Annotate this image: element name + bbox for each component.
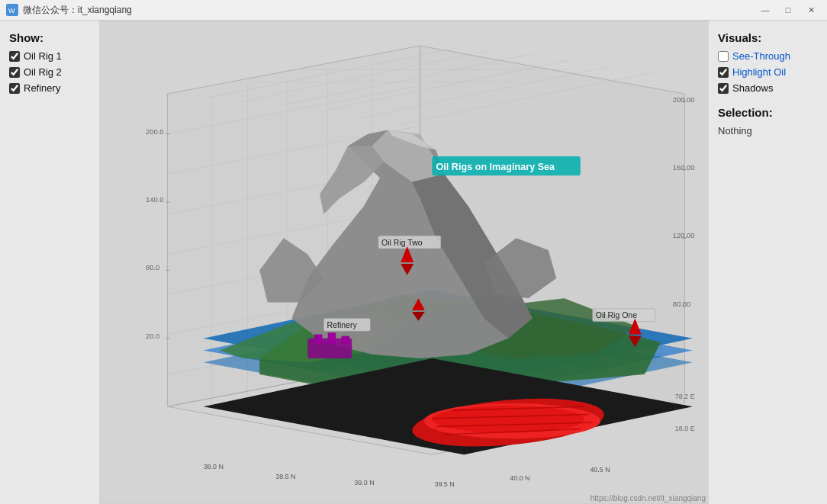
main-content: Show: Oil Rig 1 Oil Rig 2 Refinery bbox=[0, 21, 827, 504]
maximize-button[interactable]: □ bbox=[778, 2, 798, 18]
highlight-oil-checkbox[interactable] bbox=[718, 67, 729, 78]
highlight-oil-label: Highlight Oil bbox=[732, 66, 786, 78]
visuals-label: Visuals: bbox=[718, 31, 818, 44]
svg-text:39.5 N: 39.5 N bbox=[434, 480, 454, 488]
selection-value: Nothing bbox=[718, 125, 818, 136]
svg-text:Refinery: Refinery bbox=[327, 320, 358, 329]
svg-text:200.0: 200.0 bbox=[146, 127, 164, 136]
svg-text:38.0 N: 38.0 N bbox=[204, 463, 224, 470]
refinery-label: Refinery bbox=[24, 82, 60, 94]
svg-rect-79 bbox=[328, 333, 336, 345]
svg-text:80.0: 80.0 bbox=[146, 264, 159, 272]
refinery-item[interactable]: Refinery bbox=[9, 82, 90, 94]
svg-text:140.0: 140.0 bbox=[146, 195, 164, 204]
scene-svg: 200.00 160.00 120.00 80.00 200.0 140.0 8… bbox=[99, 21, 709, 504]
svg-rect-80 bbox=[341, 336, 349, 345]
svg-text:39.0 N: 39.0 N bbox=[354, 479, 374, 486]
close-button[interactable]: ✕ bbox=[801, 2, 821, 18]
svg-text:40.0 N: 40.0 N bbox=[510, 474, 529, 482]
see-through-item[interactable]: See-Through bbox=[718, 50, 818, 62]
svg-point-52 bbox=[432, 406, 584, 433]
shadows-checkbox[interactable] bbox=[718, 83, 729, 94]
refinery-checkbox[interactable] bbox=[9, 83, 20, 94]
minimize-button[interactable]: — bbox=[755, 2, 775, 18]
app-icon: W bbox=[6, 4, 18, 16]
title-bar-left: W 微信公众号：it_xiangqiang bbox=[6, 4, 132, 17]
title-text: 微信公众号：it_xiangqiang bbox=[23, 4, 132, 17]
svg-text:80.00: 80.00 bbox=[673, 300, 691, 308]
oil-rig-1-item[interactable]: Oil Rig 1 bbox=[9, 50, 90, 62]
see-through-checkbox[interactable] bbox=[718, 51, 729, 62]
svg-text:Oil Rig One: Oil Rig One bbox=[596, 311, 637, 320]
scene-container: 200.00 160.00 120.00 80.00 200.0 140.0 8… bbox=[99, 21, 709, 504]
svg-text:78.2 E: 78.2 E bbox=[675, 393, 695, 400]
svg-text:W: W bbox=[8, 7, 15, 14]
see-through-label: See-Through bbox=[732, 50, 790, 62]
svg-text:18.0 E: 18.0 E bbox=[675, 425, 695, 432]
svg-text:40.5 N: 40.5 N bbox=[590, 467, 610, 474]
shadows-item[interactable]: Shadows bbox=[718, 82, 818, 94]
oil-rig-1-checkbox[interactable] bbox=[9, 51, 20, 62]
oil-rig-2-item[interactable]: Oil Rig 2 bbox=[9, 66, 90, 78]
oil-rig-2-checkbox[interactable] bbox=[9, 67, 20, 78]
svg-text:38.5 N: 38.5 N bbox=[275, 473, 295, 480]
show-label: Show: bbox=[9, 31, 90, 44]
oil-rig-2-label: Oil Rig 2 bbox=[24, 66, 62, 78]
svg-text:Oil Rigs on Imaginary Sea: Oil Rigs on Imaginary Sea bbox=[436, 162, 556, 172]
svg-text:20.0: 20.0 bbox=[146, 332, 159, 340]
svg-rect-78 bbox=[314, 335, 323, 345]
title-bar: W 微信公众号：it_xiangqiang — □ ✕ bbox=[0, 0, 827, 21]
left-panel: Show: Oil Rig 1 Oil Rig 2 Refinery bbox=[0, 21, 99, 504]
highlight-oil-item[interactable]: Highlight Oil bbox=[718, 66, 818, 78]
svg-text:Oil Rig Two: Oil Rig Two bbox=[381, 238, 423, 247]
shadows-label: Shadows bbox=[732, 82, 773, 94]
title-controls: — □ ✕ bbox=[755, 2, 821, 18]
selection-label: Selection: bbox=[718, 106, 818, 119]
viewport[interactable]: 200.00 160.00 120.00 80.00 200.0 140.0 8… bbox=[99, 21, 709, 504]
oil-rig-1-label: Oil Rig 1 bbox=[24, 50, 62, 62]
right-panel: Visuals: See-Through Highlight Oil Shado… bbox=[709, 21, 827, 504]
